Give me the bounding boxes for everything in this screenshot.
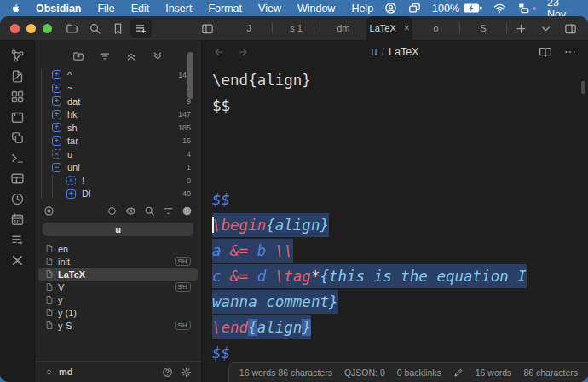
tree-item[interactable]: +hk147 <box>35 108 201 122</box>
vault-name[interactable]: md <box>59 367 73 377</box>
mission-control-icon[interactable] <box>408 2 421 14</box>
tab-dm[interactable]: dm <box>320 16 366 40</box>
terminal-icon[interactable] <box>10 151 25 165</box>
bookmark-icon[interactable] <box>107 19 129 38</box>
vault-switcher-icon[interactable] <box>44 368 54 377</box>
menu-item-window[interactable]: Window <box>297 3 335 14</box>
cross-icon[interactable] <box>10 253 25 268</box>
right-sidebar-toggle-icon[interactable] <box>560 19 581 38</box>
menu-item-edit[interactable]: Edit <box>131 3 150 14</box>
expand-box-icon[interactable]: + <box>52 84 61 93</box>
zoom-window-button[interactable] <box>43 24 52 33</box>
tab-list-chevron-down-icon[interactable] <box>535 19 556 38</box>
help-icon[interactable] <box>162 367 173 378</box>
tree-item[interactable]: +tar16 <box>35 135 201 148</box>
forward-arrow-icon[interactable] <box>237 46 249 58</box>
tree-item[interactable]: ×!0 <box>35 174 201 188</box>
stage-manager-status[interactable] <box>517 2 536 14</box>
breadcrumb-parent[interactable]: u <box>372 46 378 58</box>
tree-item[interactable]: +dat9 <box>35 95 201 108</box>
sidebar-scrollbar[interactable] <box>187 52 193 99</box>
folder-icon[interactable] <box>61 19 83 38</box>
search-icon[interactable] <box>144 205 155 217</box>
clear-circle-icon[interactable] <box>43 205 55 217</box>
file-item[interactable]: en <box>38 242 198 255</box>
expand-box-icon[interactable]: + <box>52 136 61 146</box>
wifi-icon[interactable] <box>493 2 506 14</box>
selection-highlight: \begin{align} <box>212 213 329 237</box>
tab-latex[interactable]: LaTeX× <box>366 16 412 40</box>
grid-icon[interactable] <box>10 90 25 104</box>
folder-plus-icon[interactable] <box>72 50 84 62</box>
tab-o[interactable]: o <box>412 16 458 40</box>
search-icon[interactable] <box>84 19 106 38</box>
expand-box-icon[interactable]: + <box>52 96 61 106</box>
tree-item[interactable]: +^148 <box>35 68 201 82</box>
target-icon[interactable] <box>107 205 118 217</box>
edit-mode-pencil-icon[interactable] <box>453 368 464 378</box>
graph-icon[interactable] <box>10 49 25 63</box>
file-item[interactable]: LaTeX <box>38 268 198 281</box>
gear-icon[interactable] <box>181 367 192 378</box>
excluded-box-icon[interactable]: × <box>52 149 61 159</box>
tab-s[interactable]: S <box>460 16 506 40</box>
tree-item[interactable]: +sh185 <box>35 121 201 135</box>
ribbon <box>0 40 35 382</box>
note-add-icon[interactable] <box>10 233 25 247</box>
tree-item[interactable]: −uni1 <box>35 161 201 175</box>
account-icon[interactable] <box>384 2 397 14</box>
filter-icon[interactable] <box>163 205 174 217</box>
collapse-all-icon[interactable] <box>125 50 137 62</box>
minimize-window-button[interactable] <box>26 24 36 33</box>
status-backlinks[interactable]: 0 backlinks <box>397 368 441 378</box>
back-arrow-icon[interactable] <box>213 46 225 58</box>
expand-box-icon[interactable]: + <box>52 110 61 119</box>
menu-item-insert[interactable]: Insert <box>165 3 192 14</box>
page-title[interactable]: LaTeX <box>389 46 418 58</box>
file-item[interactable]: y-SSH <box>38 319 198 332</box>
expand-box-icon[interactable]: + <box>52 123 61 132</box>
reading-view-book-icon[interactable] <box>539 45 552 59</box>
tree-item[interactable]: ×u4 <box>35 148 201 161</box>
menu-item-obsidian[interactable]: Obsidian <box>36 3 81 14</box>
editor-scrollbar[interactable] <box>581 81 585 94</box>
expand-box-icon[interactable]: + <box>66 189 76 199</box>
file-item[interactable]: y (1) <box>38 306 198 319</box>
note-add-icon[interactable] <box>130 19 152 38</box>
filter-icon[interactable] <box>99 50 111 62</box>
eye-icon[interactable] <box>125 205 136 217</box>
collapse-box-icon[interactable]: − <box>52 163 61 172</box>
calendar-icon[interactable] <box>10 212 25 227</box>
file-edit-icon[interactable] <box>10 69 25 84</box>
document-icon <box>45 308 54 317</box>
clock-icon[interactable] <box>10 192 25 206</box>
editor-content[interactable]: \end{align}$$ $$\begin{align}a &= b \\c … <box>202 64 588 382</box>
menu-item-view[interactable]: View <box>258 3 281 14</box>
tray-icon[interactable] <box>10 110 25 124</box>
close-tab-icon[interactable]: × <box>404 23 410 33</box>
menu-item-format[interactable]: Format <box>208 3 242 14</box>
menu-item-help[interactable]: Help <box>351 3 373 14</box>
expand-box-icon[interactable]: + <box>52 70 61 79</box>
title-tab-bar: Js 1dmLaTeX×oS <box>0 16 588 40</box>
battery-status[interactable]: 100% <box>432 3 482 14</box>
file-item[interactable]: VSH <box>38 281 198 293</box>
tag-pill[interactable]: u <box>43 223 193 236</box>
apple-logo-icon[interactable] <box>10 2 21 14</box>
menu-item-file[interactable]: File <box>97 3 114 14</box>
new-tab-plus-icon[interactable] <box>510 19 532 38</box>
tree-item[interactable]: +Dl40 <box>35 188 201 201</box>
excluded-box-icon[interactable]: × <box>66 176 76 185</box>
tree-item[interactable]: +~0 <box>35 82 201 96</box>
tab-s-1[interactable]: s 1 <box>273 16 319 40</box>
close-window-button[interactable] <box>10 24 20 33</box>
file-item[interactable]: y <box>38 293 198 306</box>
plus-circle-icon[interactable] <box>182 205 193 217</box>
file-item[interactable]: initSH <box>38 255 198 268</box>
expand-all-icon[interactable] <box>152 50 164 62</box>
copy-icon[interactable] <box>10 130 25 145</box>
more-options-icon[interactable] <box>563 45 577 59</box>
tab-j[interactable]: J <box>226 16 272 40</box>
layout-icon[interactable] <box>10 171 25 186</box>
left-sidebar-toggle-icon[interactable] <box>197 19 218 38</box>
